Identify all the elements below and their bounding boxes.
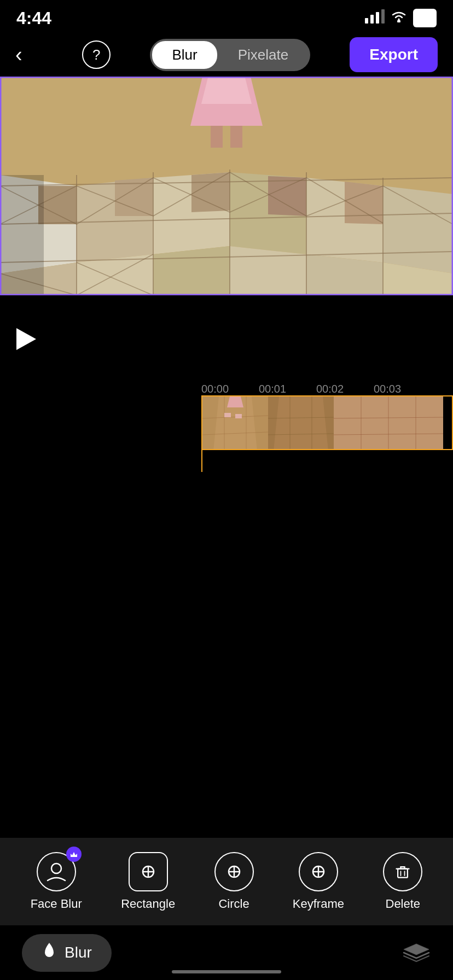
playback-area <box>0 295 453 383</box>
blur-pixelate-toggle: Blur Pixelate <box>150 39 310 71</box>
svg-rect-59 <box>235 414 242 418</box>
video-preview <box>0 77 453 295</box>
status-bar: 4:44 86 <box>0 0 453 33</box>
signal-icon <box>365 9 385 27</box>
status-time: 4:44 <box>16 8 51 28</box>
timeline-track[interactable] <box>201 395 453 472</box>
help-button[interactable]: ? <box>82 40 111 69</box>
delete-tool[interactable]: Delete <box>383 852 422 911</box>
svg-rect-47 <box>211 126 223 148</box>
svg-marker-61 <box>274 396 328 450</box>
svg-rect-3 <box>381 9 385 24</box>
svg-point-72 <box>51 864 61 873</box>
keyframe-tool[interactable]: Keyframe <box>293 852 344 911</box>
svg-marker-15 <box>268 176 306 216</box>
blur-toggle-option[interactable]: Blur <box>152 41 217 69</box>
svg-marker-19 <box>153 246 230 295</box>
face-blur-icon-wrap <box>37 852 76 891</box>
rectangle-icon <box>129 852 168 891</box>
layers-button[interactable] <box>402 941 431 965</box>
rectangle-label: Rectangle <box>121 897 175 911</box>
play-button[interactable] <box>16 328 36 350</box>
blur-pill-button[interactable]: Blur <box>22 934 112 972</box>
svg-marker-46 <box>201 78 252 104</box>
video-content <box>0 77 453 295</box>
circle-icon <box>214 852 254 891</box>
timeline-area: 00:00 00:01 00:02 00:03 <box>0 383 453 492</box>
svg-rect-1 <box>370 15 374 24</box>
keyframe-icon <box>299 852 338 891</box>
question-icon: ? <box>92 46 100 63</box>
svg-rect-48 <box>230 126 242 148</box>
timeline-cursor <box>201 395 202 472</box>
svg-rect-58 <box>224 413 231 417</box>
pixelate-toggle-option[interactable]: Pixelate <box>218 41 309 69</box>
svg-point-4 <box>397 20 400 22</box>
svg-marker-11 <box>383 186 453 273</box>
clip-thumb-2 <box>268 396 334 449</box>
blur-pill-label: Blur <box>65 944 92 961</box>
toolbar: Face Blur Rectangle Circle <box>0 838 453 925</box>
svg-rect-49 <box>0 175 44 295</box>
delete-label: Delete <box>386 897 421 911</box>
svg-rect-0 <box>365 18 368 24</box>
face-blur-label: Face Blur <box>31 897 82 911</box>
clip-thumb-1 <box>202 396 268 449</box>
home-indicator <box>172 970 281 973</box>
delete-icon <box>383 852 422 891</box>
clip-thumb-3 <box>334 396 399 449</box>
timeline-clips <box>201 395 453 450</box>
svg-rect-82 <box>398 869 408 878</box>
svg-rect-2 <box>376 12 379 24</box>
header: ‹ ? Blur Pixelate Export <box>0 33 453 77</box>
timeline-timestamps: 00:00 00:01 00:02 00:03 <box>0 383 453 395</box>
svg-marker-20 <box>230 246 306 295</box>
video-frame-svg <box>0 77 453 295</box>
rectangle-tool[interactable]: Rectangle <box>121 852 175 911</box>
svg-marker-12 <box>38 186 77 224</box>
export-button[interactable]: Export <box>350 37 438 72</box>
circle-label: Circle <box>218 897 249 911</box>
circle-tool[interactable]: Circle <box>214 852 254 911</box>
blur-drop-icon <box>42 942 57 964</box>
wifi-icon <box>390 10 408 26</box>
svg-marker-57 <box>227 396 243 407</box>
status-icons: 86 <box>365 9 437 27</box>
crown-badge <box>66 847 82 862</box>
timestamp-2: 00:02 <box>316 383 374 395</box>
timestamp-3: 00:03 <box>374 383 431 395</box>
battery-indicator: 86 <box>413 9 437 27</box>
svg-marker-14 <box>191 172 230 212</box>
keyframe-label: Keyframe <box>293 897 344 911</box>
timestamp-1: 00:01 <box>259 383 316 395</box>
timestamp-0: 00:00 <box>201 383 259 395</box>
back-button[interactable]: ‹ <box>15 43 43 67</box>
face-blur-tool[interactable]: Face Blur <box>31 852 82 911</box>
